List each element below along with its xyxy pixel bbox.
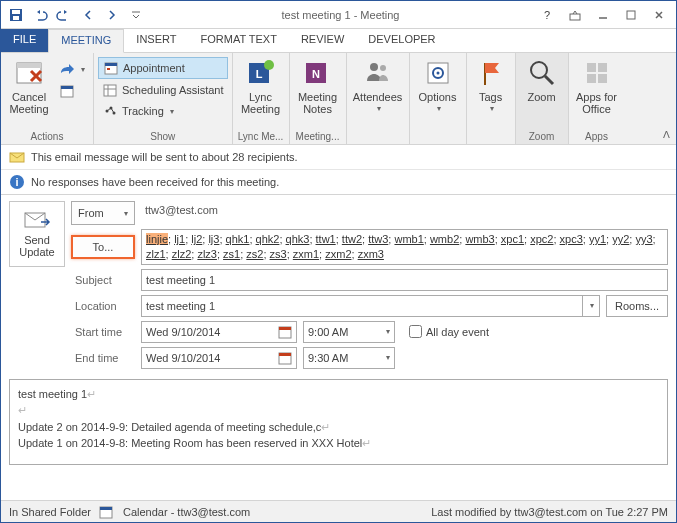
group-actions: Cancel Meeting ▾ Actions [1,53,94,144]
recipient[interactable]: yy3 [635,233,652,245]
start-time-label: Start time [71,326,135,338]
recipient[interactable]: wmb1 [394,233,423,245]
recipient[interactable]: lj3 [208,233,219,245]
end-time-input[interactable]: 9:30 AM▾ [303,347,395,369]
svg-rect-2 [13,16,19,20]
start-date-input[interactable]: Wed 9/10/2014 [141,321,297,343]
recipient[interactable]: zxm2 [325,248,351,260]
all-day-checkbox[interactable]: All day event [409,325,489,338]
group-lync: LLync Meeting Lync Me... [233,53,290,144]
appointment-button[interactable]: Appointment [98,57,228,79]
group-show: Appointment Scheduling Assistant Trackin… [94,53,233,144]
help-icon[interactable]: ? [534,4,560,26]
window-title: test meeting 1 - Meeting [147,9,534,21]
subject-input[interactable] [141,269,668,291]
recipient[interactable]: yy2 [612,233,629,245]
tracking-icon [102,103,118,119]
save-icon[interactable] [5,4,27,26]
title-bar: test meeting 1 - Meeting ? [1,1,676,29]
rooms-button[interactable]: Rooms... [606,295,668,317]
svg-point-28 [436,72,439,75]
recipient[interactable]: zlz1 [146,248,166,260]
meeting-notes-button[interactable]: NMeeting Notes [294,55,342,117]
recipient[interactable]: zxm1 [293,248,319,260]
location-input[interactable] [141,295,582,317]
forward-button[interactable]: ▾ [55,59,89,79]
flag-icon [475,57,507,89]
from-value: ttw3@test.com [141,202,668,224]
scheduling-assistant-button[interactable]: Scheduling Assistant [98,80,228,100]
calendar-button[interactable] [55,81,89,101]
recipient[interactable]: wmb2 [430,233,459,245]
undo-icon[interactable] [29,4,51,26]
svg-text:N: N [312,68,320,80]
recipient[interactable]: qhk2 [256,233,280,245]
start-time-input[interactable]: 9:00 AM▾ [303,321,395,343]
recipient[interactable]: zlz3 [197,248,217,260]
message-body[interactable]: test meeting 1↵ ↵ Update 2 on 2014-9-9: … [9,379,668,465]
redo-icon[interactable] [53,4,75,26]
tracking-button[interactable]: Tracking▾ [98,101,228,121]
options-button[interactable]: Options▾ [414,55,462,116]
recipient[interactable]: xpc3 [560,233,583,245]
ribbon-tabs: FILE MEETING INSERT FORMAT TEXT REVIEW D… [1,29,676,53]
end-date-input[interactable]: Wed 9/10/2014 [141,347,297,369]
recipient[interactable]: lj2 [191,233,202,245]
recipient[interactable]: ttw1 [316,233,336,245]
send-update-button[interactable]: Send Update [9,201,65,267]
tab-review[interactable]: REVIEW [289,29,356,52]
to-field[interactable]: linjie; lj1; lj2; lj3; qhk1; qhk2; qhk3;… [141,229,668,265]
svg-rect-3 [570,14,580,20]
tab-meeting[interactable]: MEETING [48,29,124,53]
maximize-icon[interactable] [618,4,644,26]
qat-customize-icon[interactable] [125,4,147,26]
recipient[interactable]: qhk1 [226,233,250,245]
svg-rect-33 [587,74,596,83]
svg-point-29 [531,62,547,78]
tab-file[interactable]: FILE [1,29,48,52]
svg-text:i: i [15,176,18,188]
recipient[interactable]: qhk3 [286,233,310,245]
recipient[interactable]: zs3 [270,248,287,260]
recipient[interactable]: lj1 [174,233,185,245]
meeting-form: Send Update From▾ ttw3@test.com To... li… [1,195,676,373]
recipient[interactable]: zlz2 [172,248,192,260]
recipient[interactable]: xpc1 [501,233,524,245]
recipient[interactable]: zs1 [223,248,240,260]
prev-item-icon[interactable] [77,4,99,26]
tab-format-text[interactable]: FORMAT TEXT [189,29,289,52]
onenote-icon: N [302,57,334,89]
group-options: Options▾ [410,53,467,144]
svg-rect-5 [627,11,635,19]
to-button[interactable]: To... [71,235,135,259]
svg-rect-7 [17,63,41,68]
location-dropdown[interactable]: ▾ [582,295,600,317]
ribbon-options-icon[interactable] [562,4,588,26]
tab-insert[interactable]: INSERT [124,29,188,52]
recipient[interactable]: ttw3 [368,233,388,245]
next-item-icon[interactable] [101,4,123,26]
attendees-button[interactable]: Attendees▾ [351,55,405,116]
recipient[interactable]: ttw2 [342,233,362,245]
close-icon[interactable] [646,4,672,26]
calendar-picker-icon [278,325,292,339]
from-button[interactable]: From▾ [71,201,135,225]
recipient[interactable]: yy1 [589,233,606,245]
forward-icon [59,61,75,77]
recipient[interactable]: linjie [146,233,168,245]
tags-button[interactable]: Tags▾ [471,55,511,116]
calendar-cancel-icon [13,57,45,89]
send-icon [23,210,51,230]
lync-meeting-button[interactable]: LLync Meeting [237,55,285,117]
svg-rect-32 [598,63,607,72]
collapse-ribbon-icon[interactable]: ᐱ [663,129,670,140]
apps-for-office-button[interactable]: Apps for Office [573,55,621,117]
recipient[interactable]: wmb3 [465,233,494,245]
minimize-icon[interactable] [590,4,616,26]
recipient[interactable]: xpc2 [530,233,553,245]
cancel-meeting-button[interactable]: Cancel Meeting [5,55,53,117]
recipient[interactable]: zxm3 [358,248,384,260]
tab-developer[interactable]: DEVELOPER [356,29,447,52]
zoom-button[interactable]: Zoom [520,55,564,105]
recipient[interactable]: zs2 [246,248,263,260]
